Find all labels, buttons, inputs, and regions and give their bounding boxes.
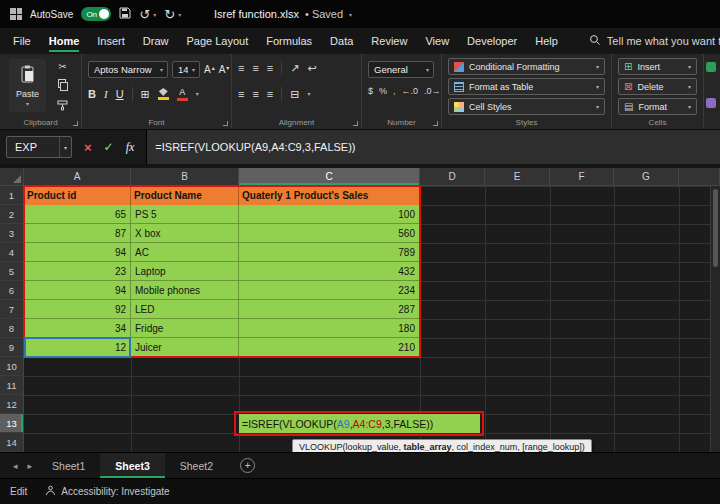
scrollbar-thumb[interactable] xyxy=(713,189,718,267)
cell-styles-button[interactable]: Cell Styles ▾ xyxy=(448,98,605,115)
delete-button[interactable]: ⊠ Delete ▾ xyxy=(618,78,697,95)
name-box-caret-icon[interactable]: ▾ xyxy=(59,137,71,157)
italic-button[interactable]: I xyxy=(104,88,108,100)
orientation-icon[interactable]: ↗ xyxy=(290,62,299,75)
tab-formulas[interactable]: Formulas xyxy=(257,28,321,54)
column-header-d[interactable]: D xyxy=(420,168,485,186)
font-color-icon[interactable]: A xyxy=(177,88,188,101)
accessibility-status[interactable]: Accessibility: Investigate xyxy=(45,485,169,498)
row-header-6[interactable]: 6 xyxy=(0,281,24,300)
undo-caret-icon[interactable]: ▾ xyxy=(153,11,156,18)
cell-c6[interactable]: 234 xyxy=(239,281,420,299)
cell-c4[interactable]: 789 xyxy=(239,243,420,261)
undo-icon[interactable]: ↺ xyxy=(139,8,150,21)
tab-sheet1[interactable]: Sheet1 xyxy=(37,453,100,478)
percent-style-icon[interactable]: % xyxy=(379,87,387,96)
format-painter-icon[interactable] xyxy=(57,97,68,115)
insert-function-icon[interactable]: fx xyxy=(126,141,135,153)
row-header-7[interactable]: 7 xyxy=(0,300,24,319)
number-dialog-launcher-icon[interactable] xyxy=(433,121,438,126)
cell-b4[interactable]: AC xyxy=(131,243,239,261)
cell-a3[interactable]: 87 xyxy=(24,224,131,242)
align-center-icon[interactable]: ≡ xyxy=(252,88,258,100)
tab-draw[interactable]: Draw xyxy=(134,28,178,54)
number-format-select[interactable]: General ▾ xyxy=(368,61,434,78)
increase-decimal-icon[interactable]: ←.0 xyxy=(402,87,419,96)
row-header-13[interactable]: 13 xyxy=(0,414,24,433)
tab-file[interactable]: File xyxy=(4,28,40,54)
row-header-8[interactable]: 8 xyxy=(0,319,24,338)
row-header-1[interactable]: 1 xyxy=(0,186,24,205)
cell-c9[interactable]: 210 xyxy=(239,338,420,356)
name-box[interactable]: EXP ▾ xyxy=(6,136,72,158)
cell-b6[interactable]: Mobile phones xyxy=(131,281,239,299)
increase-font-size-icon[interactable]: A▴ xyxy=(204,65,215,75)
tab-sheet3[interactable]: Sheet3 xyxy=(100,453,164,478)
chevron-down-icon[interactable]: ▾ xyxy=(196,91,199,97)
row-header-3[interactable]: 3 xyxy=(0,224,24,243)
clipboard-dialog-launcher-icon[interactable] xyxy=(73,121,78,126)
merge-center-icon[interactable]: ⊟ xyxy=(290,88,299,101)
bold-button[interactable]: B xyxy=(88,88,96,100)
tell-me-search[interactable]: Tell me what you want to do xyxy=(589,34,720,48)
font-dialog-launcher-icon[interactable] xyxy=(223,121,228,126)
select-all-corner[interactable] xyxy=(0,168,24,186)
row-header-14[interactable]: 14 xyxy=(0,433,24,452)
cell-c2[interactable]: 100 xyxy=(239,205,420,223)
tab-help[interactable]: Help xyxy=(526,28,567,54)
cell-c3[interactable]: 560 xyxy=(239,224,420,242)
analyze-data-icon[interactable] xyxy=(706,98,716,108)
row-header-10[interactable]: 10 xyxy=(0,357,24,376)
comma-style-icon[interactable]: , xyxy=(393,87,396,96)
row-header-9[interactable]: 9 xyxy=(0,338,24,357)
paste-button[interactable]: Paste ▾ xyxy=(9,59,46,112)
wrap-text-icon[interactable]: ↩ xyxy=(307,62,316,75)
column-header-g[interactable]: G xyxy=(614,168,679,186)
alignment-dialog-launcher-icon[interactable] xyxy=(353,121,358,126)
cell-a9[interactable]: 12 xyxy=(24,338,131,356)
cancel-icon[interactable]: × xyxy=(84,141,92,154)
cell-b5[interactable]: Laptop xyxy=(131,262,239,280)
row-header-2[interactable]: 2 xyxy=(0,205,24,224)
redo-icon[interactable]: ↻ xyxy=(164,8,175,21)
insert-button[interactable]: ⊞ Insert ▾ xyxy=(618,58,697,75)
redo-caret-icon[interactable]: ▾ xyxy=(178,11,181,18)
column-header-a[interactable]: A xyxy=(24,168,131,186)
save-icon[interactable] xyxy=(119,5,131,23)
cell-a5[interactable]: 23 xyxy=(24,262,131,280)
cell-b1[interactable]: Product Name xyxy=(131,186,239,205)
tab-view[interactable]: View xyxy=(416,28,458,54)
cell-a8[interactable]: 34 xyxy=(24,319,131,337)
formula-cell-c13[interactable]: =ISREF(VLOOKUP(A9,A4:C9,3,FALSE)) xyxy=(239,414,480,433)
cell-a1[interactable]: Product id xyxy=(24,186,131,205)
column-header-c[interactable]: C xyxy=(239,168,420,186)
tab-sheet2[interactable]: Sheet2 xyxy=(165,453,228,478)
tab-review[interactable]: Review xyxy=(362,28,416,54)
sheet-nav-left-icon[interactable]: ◂ xyxy=(8,461,23,471)
tab-home[interactable]: Home xyxy=(40,28,89,54)
tab-insert[interactable]: Insert xyxy=(88,28,134,54)
align-top-icon[interactable]: ≡ xyxy=(238,62,244,74)
cells-area[interactable]: Product id Product Name Quaterly 1 Produ… xyxy=(24,186,720,452)
app-launcher-icon[interactable] xyxy=(10,8,22,20)
cell-c5[interactable]: 432 xyxy=(239,262,420,280)
autosave-toggle[interactable]: On xyxy=(81,7,111,21)
tab-page-layout[interactable]: Page Layout xyxy=(177,28,257,54)
row-header-5[interactable]: 5 xyxy=(0,262,24,281)
cell-b8[interactable]: Fridge xyxy=(131,319,239,337)
cell-b2[interactable]: PS 5 xyxy=(131,205,239,223)
tab-data[interactable]: Data xyxy=(321,28,362,54)
column-header-b[interactable]: B xyxy=(131,168,239,186)
row-header-12[interactable]: 12 xyxy=(0,395,24,414)
underline-button[interactable]: U xyxy=(116,88,124,100)
fill-color-icon[interactable] xyxy=(158,88,169,100)
cell-b9[interactable]: Juicer xyxy=(131,338,239,356)
format-as-table-button[interactable]: Format as Table ▾ xyxy=(448,78,605,95)
formula-input[interactable]: =ISREF(VLOOKUP(A9,A4:C9,3,FALSE)) xyxy=(146,130,720,164)
column-header-e[interactable]: E xyxy=(485,168,550,186)
decrease-decimal-icon[interactable]: .0→ xyxy=(424,87,441,96)
align-left-icon[interactable]: ≡ xyxy=(238,88,244,100)
decrease-font-size-icon[interactable]: A▾ xyxy=(219,65,230,75)
align-bottom-icon[interactable]: ≡ xyxy=(267,62,273,74)
accounting-format-icon[interactable]: $ xyxy=(368,87,373,96)
